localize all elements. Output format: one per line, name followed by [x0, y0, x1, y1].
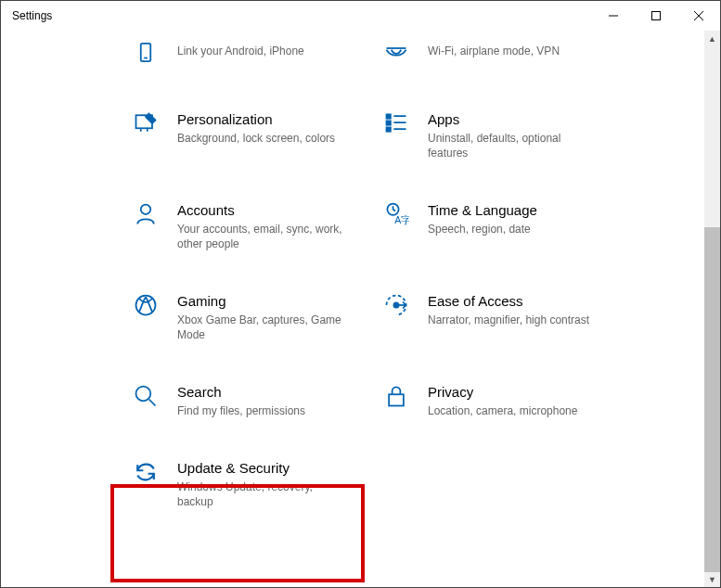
svg-point-16 — [141, 205, 151, 215]
tile-text: Search Find my files, permissions — [177, 381, 305, 418]
tile-text: Gaming Xbox Game Bar, captures, Game Mod… — [177, 290, 344, 342]
maximize-button[interactable] — [635, 1, 677, 31]
tile-network[interactable]: Wi-Fi, airplane mode, VPN — [381, 34, 632, 75]
tile-title: Time & Language — [428, 201, 537, 220]
tile-title: Apps — [428, 110, 595, 129]
svg-rect-10 — [387, 114, 391, 118]
tile-text: Time & Language Speech, region, date — [428, 199, 537, 236]
tile-update-security[interactable]: Update & Security Windows Update, recove… — [131, 452, 381, 515]
tile-text: Link your Android, iPhone — [177, 40, 304, 58]
person-icon — [131, 199, 161, 229]
tile-desc: Uninstall, defaults, optional features — [428, 131, 595, 160]
content-area: Link your Android, iPhone Wi-Fi, airplan… — [1, 31, 704, 587]
tile-desc: Background, lock screen, colors — [177, 131, 335, 146]
window-title: Settings — [12, 9, 592, 22]
close-button[interactable] — [677, 1, 720, 31]
tile-desc: Speech, region, date — [428, 222, 537, 236]
tile-ease-of-access[interactable]: Ease of Access Narrator, magnifier, high… — [381, 285, 632, 348]
scrollbar-thumb[interactable] — [704, 227, 720, 572]
tile-title: Accounts — [177, 201, 344, 220]
globe-icon — [381, 40, 411, 70]
tile-desc: Narrator, magnifier, high contrast — [428, 313, 589, 327]
tile-title: Privacy — [428, 383, 577, 402]
clock-language-icon: A字 — [381, 199, 411, 229]
settings-grid: Link your Android, iPhone Wi-Fi, airplan… — [1, 31, 704, 515]
svg-rect-12 — [387, 121, 391, 124]
svg-rect-14 — [387, 127, 391, 131]
sync-icon — [131, 457, 161, 487]
minimize-button[interactable] — [592, 1, 635, 31]
svg-point-24 — [136, 387, 151, 402]
tile-personalization[interactable]: Personalization Background, lock screen,… — [131, 103, 381, 166]
scrollbar[interactable]: ▲ ▼ — [704, 31, 720, 587]
tile-desc: Find my files, permissions — [177, 403, 305, 418]
tile-title: Update & Security — [177, 459, 344, 478]
phone-icon — [131, 40, 161, 70]
tile-title: Gaming — [177, 292, 344, 311]
tile-apps[interactable]: Apps Uninstall, defaults, optional featu… — [381, 103, 632, 166]
tile-text: Accounts Your accounts, email, sync, wor… — [177, 199, 344, 251]
svg-line-25 — [149, 400, 156, 406]
search-icon — [131, 381, 161, 411]
tile-text: Apps Uninstall, defaults, optional featu… — [428, 109, 595, 160]
tile-desc: Xbox Game Bar, captures, Game Mode — [177, 313, 344, 342]
tile-desc: Link your Android, iPhone — [177, 44, 304, 58]
xbox-icon — [131, 290, 161, 320]
svg-text:A字: A字 — [394, 214, 409, 225]
tile-time-language[interactable]: A字 Time & Language Speech, region, date — [381, 194, 632, 257]
lock-icon — [381, 381, 411, 411]
tile-title: Search — [177, 383, 305, 402]
tile-accounts[interactable]: Accounts Your accounts, email, sync, wor… — [131, 194, 381, 257]
apps-list-icon — [381, 109, 411, 138]
ease-of-access-icon — [381, 290, 411, 320]
tile-text: Update & Security Windows Update, recove… — [177, 457, 344, 509]
tile-privacy[interactable]: Privacy Location, camera, microphone — [381, 376, 632, 424]
tile-gaming[interactable]: Gaming Xbox Game Bar, captures, Game Mod… — [131, 285, 381, 348]
tile-desc: Windows Update, recovery, backup — [177, 479, 344, 509]
paintbrush-icon — [131, 109, 161, 138]
svg-rect-26 — [389, 394, 404, 405]
empty-cell — [381, 452, 632, 515]
tile-desc: Wi-Fi, airplane mode, VPN — [428, 44, 560, 58]
tile-title: Ease of Access — [428, 292, 589, 311]
svg-rect-1 — [652, 12, 661, 20]
svg-line-19 — [393, 210, 396, 211]
scroll-up-arrow[interactable]: ▲ — [704, 31, 720, 46]
scroll-down-arrow[interactable]: ▼ — [704, 571, 720, 587]
tile-phone[interactable]: Link your Android, iPhone — [131, 34, 381, 75]
tile-text: Personalization Background, lock screen,… — [177, 109, 335, 146]
tile-title: Personalization — [177, 110, 335, 129]
tile-text: Wi-Fi, airplane mode, VPN — [428, 40, 560, 58]
tile-desc: Location, camera, microphone — [428, 403, 577, 418]
tile-text: Privacy Location, camera, microphone — [428, 381, 577, 418]
tile-search[interactable]: Search Find my files, permissions — [131, 376, 381, 424]
titlebar: Settings — [1, 1, 720, 31]
tile-text: Ease of Access Narrator, magnifier, high… — [428, 290, 589, 327]
tile-desc: Your accounts, email, sync, work, other … — [177, 222, 344, 251]
window-controls — [592, 1, 720, 31]
